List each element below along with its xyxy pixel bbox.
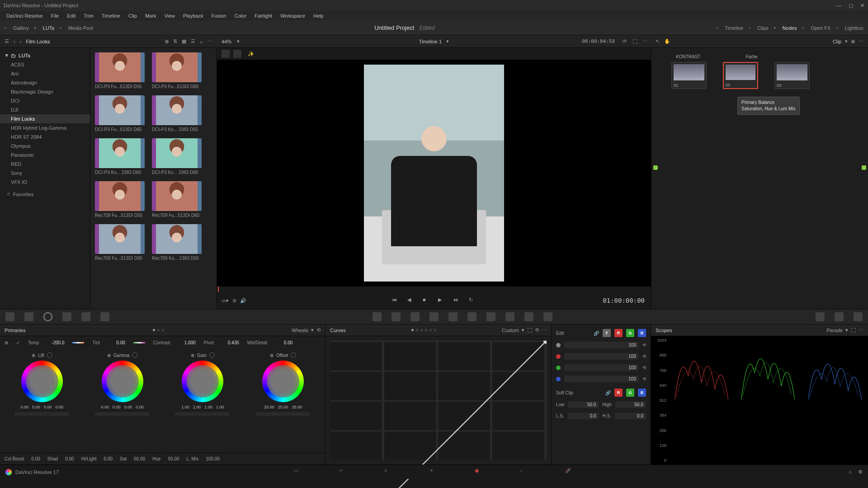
tb-nodes[interactable]: ▫Nodes (774, 25, 797, 31)
curve-intensity-2[interactable]: 100 (564, 364, 639, 371)
next-clip-button[interactable]: ⏭ (453, 297, 461, 304)
sort-icon[interactable]: ⇅ (173, 38, 177, 44)
menu-clip[interactable]: Clip (125, 12, 141, 19)
wheels-mode[interactable]: Wheels (292, 328, 308, 333)
softclip-r[interactable]: R (614, 389, 623, 397)
lut-card[interactable]: Rec709 Fu...513DI D65 (95, 224, 145, 261)
sizing-icon[interactable] (524, 312, 533, 321)
tb-openfx[interactable]: ▫Open FX (802, 25, 830, 31)
curves-graph[interactable] (330, 341, 547, 460)
menu-view[interactable]: View (160, 12, 179, 19)
prev-clip-button[interactable]: ⏮ (392, 297, 399, 304)
key-icon[interactable] (505, 312, 514, 321)
home-icon[interactable]: ⌂ (849, 469, 852, 475)
primaries-reset-icon[interactable]: ⟲ (316, 327, 321, 333)
primaries-icon[interactable] (43, 312, 52, 321)
sat-value[interactable]: 56.00 (134, 456, 145, 461)
channel-y[interactable]: Y (603, 329, 611, 337)
graph-input[interactable] (653, 165, 658, 170)
softclip-link-icon[interactable]: 🔗 (605, 390, 611, 395)
tb-mediapool[interactable]: ▫Media Pool (60, 25, 93, 31)
zoom-dropdown-icon[interactable]: ▾ (237, 38, 240, 44)
awb-icon[interactable]: ✓ (16, 340, 20, 345)
softclip-high[interactable]: 50.0 (615, 401, 646, 408)
list-icon[interactable]: ☰ (191, 38, 195, 44)
mode-dropdown-icon[interactable]: ▾ (311, 327, 314, 333)
edit-page-icon[interactable]: ≡ (384, 468, 393, 477)
fusion-page-icon[interactable]: ✦ (429, 468, 439, 477)
menu-fusion[interactable]: Fusion (208, 12, 230, 19)
color-match-icon[interactable] (24, 312, 33, 321)
lut-card[interactable]: Rec709 Ko... 2383 D55 (152, 224, 202, 261)
playhead[interactable] (218, 286, 219, 292)
grid-view-icon[interactable]: ▦ (182, 38, 186, 44)
tree-item-filmlooks[interactable]: Film Looks (0, 114, 90, 123)
viewer-timecode[interactable]: 01:00:00:00 (603, 297, 645, 304)
color-wheel-gain[interactable] (182, 361, 223, 402)
menu-playback[interactable]: Playback (179, 12, 207, 19)
color-wheel-gamma[interactable] (102, 361, 143, 402)
temp-value[interactable]: -200.0 (47, 340, 64, 345)
menu-trim[interactable]: Trim (80, 12, 97, 19)
node-graph[interactable]: KONTRAST Farbe 01 02 03 Primary Balance … (651, 48, 868, 309)
fairlight-page-icon[interactable]: ♪ (520, 468, 529, 477)
tint-slider[interactable] (133, 342, 145, 343)
curve-reset-icon[interactable]: ⟲ (642, 376, 646, 381)
more-icon[interactable]: ⋯ (208, 38, 212, 44)
tree-item-aces[interactable]: ACES (0, 60, 90, 69)
hdr-icon[interactable] (62, 312, 71, 321)
settings-icon[interactable]: ⚙ (858, 469, 863, 475)
pointer-icon[interactable]: ↖ (656, 38, 660, 44)
tree-item-hdrhybridloggamma[interactable]: HDR Hybrid Log-Gamma (0, 123, 90, 132)
lut-card[interactable]: Rec709 Fu...513DI D60 (152, 181, 202, 218)
tb-gallery[interactable]: ▫Gallery (5, 25, 29, 31)
curve-reset-icon[interactable]: ⟲ (642, 365, 646, 370)
shad-value[interactable]: 0.00 (65, 456, 74, 461)
tree-item-olympus[interactable]: Olympus (0, 141, 90, 150)
clip-dropdown-icon[interactable]: ▾ (845, 38, 848, 44)
back-button[interactable]: ‹ (14, 39, 15, 44)
loop-button[interactable]: ↻ (469, 297, 476, 304)
refresh-icon[interactable]: ⟳ (623, 38, 627, 44)
minimize-button[interactable]: — (836, 3, 841, 9)
curves-mode[interactable]: Custom (502, 328, 519, 333)
menu-help[interactable]: Help (310, 12, 327, 19)
search-icon[interactable]: ⌕ (200, 39, 203, 44)
softclip-low[interactable]: 50.0 (568, 401, 599, 408)
lmix-value[interactable]: 100.00 (206, 456, 220, 461)
node-02[interactable]: 02 (723, 62, 758, 89)
forward-button[interactable]: › (20, 39, 22, 44)
color-page-icon[interactable]: ◉ (475, 468, 484, 477)
info-icon[interactable] (854, 312, 863, 321)
deliver-page-icon[interactable]: 🚀 (565, 468, 574, 477)
zoom-value[interactable]: 44% (222, 39, 231, 44)
master-wheel-gain[interactable] (175, 412, 230, 416)
menu-edit[interactable]: Edit (63, 12, 79, 19)
colboost-value[interactable]: 0.00 (31, 456, 40, 461)
hue-value[interactable]: 50.00 (168, 456, 179, 461)
camera-raw-icon[interactable] (5, 312, 14, 321)
motion-icon[interactable] (100, 312, 109, 321)
curves-reset-icon[interactable]: ⟲ (535, 327, 539, 333)
curves-expand-icon[interactable]: ⛶ (527, 328, 532, 333)
curve-reset-icon[interactable]: ⟲ (642, 354, 646, 359)
picker-icon[interactable]: ⊕ (5, 340, 8, 345)
temp-slider[interactable] (72, 342, 84, 343)
master-wheel-offset[interactable] (256, 412, 310, 416)
warper-icon[interactable] (392, 312, 401, 321)
tree-item-hdrst2084[interactable]: HDR ST 2084 (0, 132, 90, 141)
audio-icon[interactable]: 🔊 (240, 298, 246, 304)
menu-color[interactable]: Color (231, 12, 250, 19)
play-reverse-button[interactable]: ◀ (407, 297, 415, 304)
softclip-b[interactable]: B (638, 389, 646, 397)
tb-timeline[interactable]: ▫Timeline (716, 25, 743, 31)
lut-card[interactable]: DCI-P3 Ko... 2383 D65 (152, 138, 202, 175)
master-wheel-lift[interactable] (15, 412, 69, 416)
blur-icon[interactable] (486, 312, 495, 321)
scope-dropdown-icon[interactable]: ▾ (845, 327, 848, 333)
rgb-mixer-icon[interactable] (81, 312, 90, 321)
mid-value[interactable]: 0.00 (275, 340, 292, 345)
curve-reset-icon[interactable]: ⟲ (642, 343, 646, 347)
graph-output[interactable] (862, 165, 866, 170)
maximize-button[interactable]: ▢ (849, 3, 853, 9)
